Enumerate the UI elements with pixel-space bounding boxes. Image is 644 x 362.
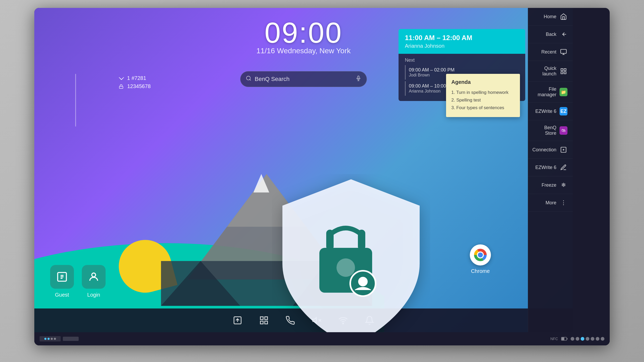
port-dot xyxy=(54,338,56,340)
sidebar-ezwrite2-label: EZWrite 6 xyxy=(533,165,556,170)
page-dot xyxy=(596,337,599,341)
svg-rect-43 xyxy=(567,338,567,340)
chrome-app[interactable]: Chrome xyxy=(470,244,491,274)
port-dot xyxy=(44,338,46,340)
sidebar-filemanager-label: File manager xyxy=(533,86,556,98)
bell-icon[interactable] xyxy=(363,314,376,327)
connection-icon xyxy=(560,146,567,154)
wifi-icon[interactable] xyxy=(337,314,350,327)
guest-label: Guest xyxy=(55,292,69,298)
svg-rect-31 xyxy=(561,69,563,71)
note-item-1: 1. Turn in spelling homework xyxy=(451,89,515,96)
sidebar-item-benqstore[interactable]: BenQ Store 🛍 xyxy=(528,120,573,141)
sidebar-item-freeze[interactable]: Freeze ❄ xyxy=(528,176,573,194)
calendar-next-label: Next xyxy=(405,57,519,63)
svg-rect-22 xyxy=(261,321,263,324)
svg-point-7 xyxy=(247,76,250,80)
sidebar-home-label: Home xyxy=(533,14,556,20)
quicklaunch-icon xyxy=(560,67,567,75)
page-dots xyxy=(571,337,604,341)
ezwrite-icon: EZ xyxy=(560,107,567,115)
svg-marker-24 xyxy=(313,318,316,323)
upload-icon[interactable] xyxy=(231,314,244,327)
port-dot xyxy=(51,338,53,340)
network-password: 12345678 xyxy=(119,83,151,89)
sidebar-item-more[interactable]: More ⋮ xyxy=(528,194,573,212)
page-dot xyxy=(591,337,594,341)
back-icon xyxy=(560,30,567,38)
nfc-indicator: NFC xyxy=(550,337,558,341)
battery-icon xyxy=(561,337,567,341)
hardware-left xyxy=(40,336,79,341)
hardware-right: NFC xyxy=(550,337,604,341)
network-info: 1 #7281 12345678 xyxy=(119,75,151,89)
page-dot xyxy=(601,337,604,341)
svg-rect-44 xyxy=(562,337,564,340)
svg-marker-2 xyxy=(227,174,306,227)
calendar-item-1-time: 09:00 AM – 02:00 PM xyxy=(409,67,454,73)
sidebar-freeze-label: Freeze xyxy=(533,182,556,188)
ezwrite2-icon xyxy=(560,163,567,171)
search-icon xyxy=(246,75,252,83)
mountain-background xyxy=(34,154,573,332)
speaker-grille xyxy=(63,337,79,341)
note-widget: Agenda 1. Turn in spelling homework 2. S… xyxy=(446,74,520,117)
guest-button[interactable]: Guest xyxy=(50,265,74,298)
mountain-svg xyxy=(161,161,372,306)
chrome-label: Chrome xyxy=(471,268,490,274)
mic-icon[interactable] xyxy=(356,75,361,83)
benqstore-icon: 🛍 xyxy=(560,127,567,134)
svg-rect-32 xyxy=(564,69,566,71)
display-bezel: 09:00 11/16 Wednesday, New York BenQ Sea… xyxy=(34,8,610,345)
svg-rect-23 xyxy=(265,321,268,324)
svg-point-15 xyxy=(478,252,483,257)
divider xyxy=(75,74,76,127)
port-indicator xyxy=(40,336,61,341)
note-item-2: 2. Spelling test xyxy=(451,96,515,104)
sidebar-connection-label: Connection xyxy=(532,147,556,153)
chrome-svg xyxy=(472,247,488,263)
grid-icon[interactable] xyxy=(257,314,271,327)
sidebar-more-label: More xyxy=(533,200,556,206)
sidebar-ezwrite-label: EZWrite 6 xyxy=(533,109,556,114)
sidebar-item-ezwrite[interactable]: EZWrite 6 EZ xyxy=(528,103,573,120)
svg-rect-12 xyxy=(119,86,123,88)
sidebar-back-label: Back xyxy=(533,32,556,37)
chrome-icon[interactable] xyxy=(470,244,491,266)
port-dot xyxy=(48,338,50,340)
sidebar-item-recent[interactable]: Recent xyxy=(528,43,573,61)
mute-icon[interactable] xyxy=(310,314,323,327)
sidebar-benqstore-label: BenQ Store xyxy=(533,125,556,136)
note-item-3: 3. Four types of sentences xyxy=(451,104,515,112)
page-dot xyxy=(571,337,574,341)
calendar-current-time: 11:00 AM – 12:00 AM xyxy=(405,34,519,42)
sidebar-recent-label: Recent xyxy=(533,49,556,55)
svg-rect-21 xyxy=(265,317,268,320)
svg-rect-28 xyxy=(561,49,566,53)
hardware-bar: NFC xyxy=(34,332,610,345)
sidebar-item-quicklaunch[interactable]: Quick launch xyxy=(528,61,573,82)
home-icon xyxy=(560,13,567,21)
sidebar-quicklaunch-label: Quick launch xyxy=(533,66,556,77)
svg-point-17 xyxy=(92,273,96,277)
sidebar-item-ezwrite2[interactable]: EZWrite 6 xyxy=(528,159,573,176)
svg-rect-20 xyxy=(261,317,263,320)
right-sidebar: Home Back xyxy=(528,8,573,332)
sidebar-item-connection[interactable]: Connection xyxy=(528,141,573,159)
call-icon[interactable] xyxy=(284,314,297,327)
filemanager-icon: 📁 xyxy=(560,88,567,96)
login-icon[interactable] xyxy=(82,265,106,289)
page-dot xyxy=(576,337,579,341)
user-buttons-area: Guest Login xyxy=(50,265,106,298)
sidebar-item-filemanager[interactable]: File manager 📁 xyxy=(528,82,573,103)
guest-icon[interactable] xyxy=(50,265,74,289)
search-bar[interactable]: BenQ Search xyxy=(240,71,367,87)
sidebar-item-home[interactable]: Home xyxy=(528,8,573,26)
more-icon: ⋮ xyxy=(560,199,567,207)
svg-rect-9 xyxy=(358,76,359,79)
page-dot xyxy=(586,337,589,341)
login-button[interactable]: Login xyxy=(82,265,106,298)
calendar-current-person: Arianna Johnson xyxy=(405,43,519,49)
sidebar-item-back[interactable]: Back xyxy=(528,26,573,43)
recent-icon xyxy=(560,48,567,56)
